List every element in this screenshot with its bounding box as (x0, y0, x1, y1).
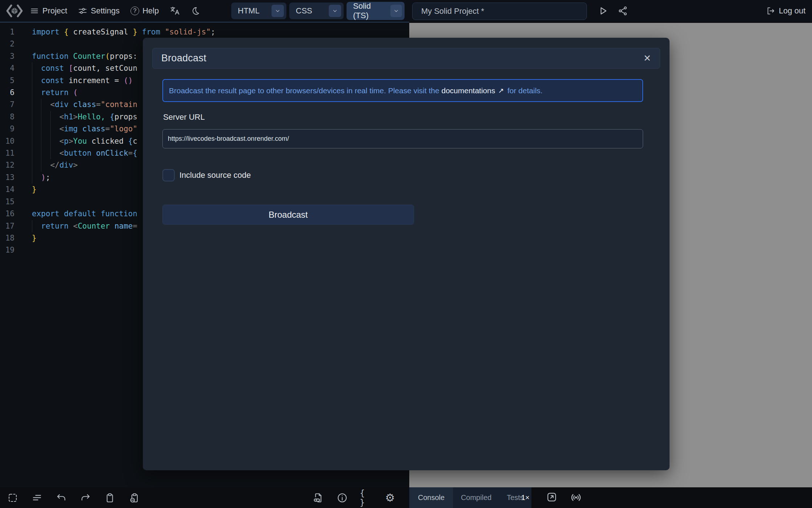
translate-button[interactable] (170, 6, 180, 16)
chevron-down-icon[interactable] (390, 5, 402, 17)
gear-icon: ⚙ (385, 491, 395, 504)
close-icon[interactable]: ✕ (643, 53, 651, 64)
play-icon (597, 5, 608, 16)
external-link-arrow-icon: ↗ (495, 86, 505, 95)
help-icon: ? (130, 7, 139, 15)
format-code-button[interactable] (30, 491, 44, 504)
settings-menu-label: Settings (91, 6, 120, 16)
redo-button[interactable] (79, 491, 92, 504)
result-zoom-button[interactable]: 1× (521, 487, 530, 508)
livecodes-logo-icon[interactable] (5, 4, 24, 18)
project-menu-button[interactable]: Project (30, 6, 67, 16)
include-source-checkbox-row[interactable]: Include source code (162, 169, 251, 181)
file-link-icon (313, 492, 324, 503)
share-nodes-icon (618, 6, 628, 16)
documentations-link[interactable]: documentations (442, 86, 495, 95)
broadcast-info-alert: Broadcast the result page to other brows… (162, 79, 643, 102)
project-menu-label: Project (42, 6, 67, 16)
hamburger-icon (30, 6, 39, 16)
modal-title: Broadcast (161, 53, 206, 64)
statusbar-left-tools (6, 487, 141, 508)
code-line: 1import { createSignal } from "solid-js"… (0, 26, 409, 38)
editor-settings-button[interactable]: ⚙ (384, 491, 397, 504)
top-toolbar: Project Settings ? Help (0, 0, 812, 22)
project-info-button[interactable] (336, 491, 349, 504)
tab-compiled[interactable]: Compiled (453, 487, 499, 508)
format-lines-icon (32, 492, 42, 503)
broadcast-icon (570, 491, 582, 504)
toolbar-left-group: Project Settings ? Help (0, 4, 211, 18)
clipboard-minus-icon (129, 492, 140, 503)
dashed-box-icon (7, 492, 18, 503)
broadcast-submit-button[interactable]: Broadcast (162, 205, 414, 225)
redo-icon (80, 492, 91, 503)
alert-text-after: for details. (505, 86, 543, 95)
alert-text-before: Broadcast the result page to other brows… (169, 86, 442, 95)
statusbar-middle-tools: { } ⚙ (312, 487, 397, 508)
server-url-label: Server URL (163, 112, 205, 122)
result-tool-tabs: Console Compiled Tests (409, 487, 531, 508)
html-select-label: HTML (238, 6, 260, 16)
moon-icon (191, 6, 200, 16)
server-url-input[interactable] (162, 129, 643, 148)
project-title-input[interactable] (412, 3, 587, 20)
logout-icon (766, 6, 775, 16)
run-button[interactable] (597, 5, 608, 16)
include-source-checkbox[interactable] (162, 169, 175, 181)
status-bar: { } ⚙ Console Compiled Tests 1× (0, 487, 812, 508)
open-external-icon (546, 491, 558, 503)
external-resources-button[interactable] (312, 491, 325, 504)
info-icon (337, 492, 348, 503)
broadcast-modal-header: Broadcast ✕ (152, 48, 660, 69)
editor-select-html[interactable]: HTML (231, 3, 286, 19)
dark-mode-button[interactable] (191, 6, 200, 16)
clipboard-icon (104, 492, 115, 503)
logout-label: Log out (779, 6, 805, 16)
open-result-in-new-window-button[interactable] (546, 491, 558, 503)
chevron-down-icon[interactable] (272, 5, 284, 17)
css-select-label: CSS (296, 6, 312, 16)
copy-as-url-button[interactable] (128, 491, 141, 504)
share-button[interactable] (618, 6, 628, 16)
help-menu-button[interactable]: ? Help (130, 6, 159, 16)
broadcast-status-button[interactable] (570, 491, 582, 504)
chevron-down-icon[interactable] (329, 5, 341, 17)
logout-button[interactable]: Log out (766, 0, 805, 22)
include-source-label: Include source code (179, 171, 251, 180)
editor-selects: HTML CSS Solid (TS) (231, 3, 405, 20)
braces-icon: { } (360, 488, 373, 507)
undo-button[interactable] (55, 491, 68, 504)
editor-select-script-active[interactable]: Solid (TS) (347, 2, 405, 20)
editor-select-css[interactable]: CSS (289, 3, 344, 19)
undo-icon (56, 492, 67, 503)
focus-mode-button[interactable] (6, 491, 19, 504)
broadcast-modal: Broadcast ✕ Broadcast the result page to… (143, 38, 670, 470)
livecodes-app: Project Settings ? Help (0, 0, 812, 508)
copy-code-button[interactable] (103, 491, 116, 504)
tab-console[interactable]: Console (409, 487, 453, 508)
sliders-icon (78, 6, 87, 16)
script-select-label: Solid (TS) (353, 1, 387, 20)
help-menu-label: Help (142, 6, 159, 16)
translate-icon (170, 6, 180, 16)
custom-settings-button[interactable]: { } (360, 491, 373, 504)
settings-menu-button[interactable]: Settings (78, 6, 120, 16)
